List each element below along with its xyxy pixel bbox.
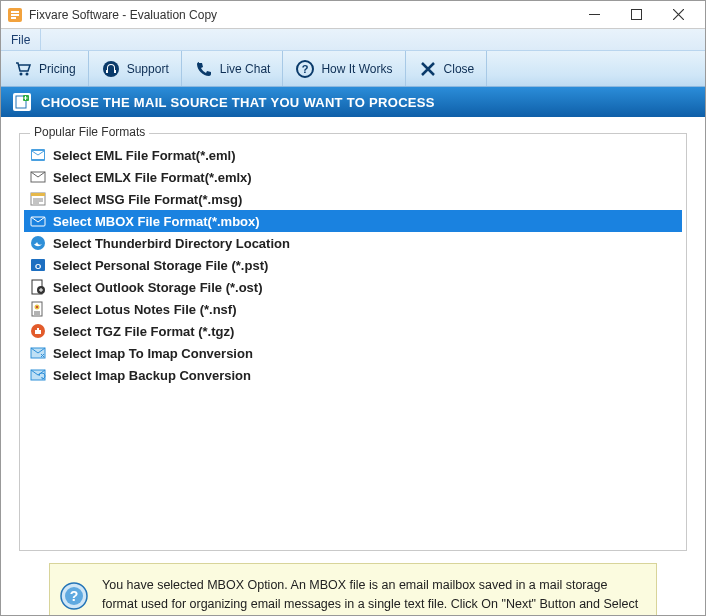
format-item-eml[interactable]: Select EML File Format(*.eml) [24,144,682,166]
toolbar-close-button[interactable]: Close [406,51,488,86]
menu-file-label: File [11,33,30,47]
cart-icon [13,59,33,79]
app-icon [7,7,23,23]
svg-text:?: ? [70,588,79,604]
format-item-thunderbird[interactable]: Select Thunderbird Directory Location [24,232,682,254]
info-text: You have selected MBOX Option. An MBOX f… [102,576,640,616]
tgz-icon [30,323,46,339]
format-item-label: Select Personal Storage File (*.pst) [53,258,268,273]
format-item-lotus[interactable]: Select Lotus Notes File (*.nsf) [24,298,682,320]
toolbar-livechat-button[interactable]: Live Chat [182,51,284,86]
thunderbird-icon [30,235,46,251]
headset-icon [101,59,121,79]
format-item-emlx[interactable]: Select EMLX File Format(*.emlx) [24,166,682,188]
format-item-pst[interactable]: OSelect Personal Storage File (*.pst) [24,254,682,276]
svg-point-25 [36,306,38,308]
svg-rect-7 [114,70,116,73]
format-item-imap[interactable]: Select Imap To Imap Conversion [24,342,682,364]
toolbar-howitworks-button[interactable]: ? How It Works [283,51,405,86]
svg-point-5 [103,61,119,77]
section-title: CHOOSE THE MAIL SOURCE THAT YOU WANT TO … [41,95,435,110]
svg-point-4 [26,72,29,75]
format-item-label: Select MBOX File Format(*.mbox) [53,214,260,229]
window-maximize-button[interactable] [615,1,657,29]
mbox-icon [30,213,46,229]
toolbar-pricing-button[interactable]: Pricing [1,51,89,86]
window-close-button[interactable] [657,1,699,29]
format-item-label: Select EMLX File Format(*.emlx) [53,170,252,185]
format-item-label: Select Thunderbird Directory Location [53,236,290,251]
info-icon: ? [60,582,88,610]
toolbar-close-label: Close [444,62,475,76]
format-group: Popular File Formats Select EML File For… [19,133,687,551]
svg-point-18 [31,236,45,250]
toolbar-support-button[interactable]: Support [89,51,182,86]
svg-rect-1 [589,14,600,15]
svg-rect-6 [106,70,108,73]
svg-rect-2 [631,10,641,20]
format-item-label: Select TGZ File Format (*.tgz) [53,324,234,339]
lotus-icon [30,301,46,317]
window-title: Fixvare Software - Evaluation Copy [29,8,573,22]
eml-icon [30,147,46,163]
format-item-label: Select Outlook Storage File (*.ost) [53,280,262,295]
ost-icon [30,279,46,295]
main-area: Popular File Formats Select EML File For… [1,117,705,557]
format-item-label: Select Lotus Notes File (*.nsf) [53,302,236,317]
toolbar: Pricing Support Live Chat ? How It Works… [1,51,705,87]
window-titlebar: Fixvare Software - Evaluation Copy [1,1,705,29]
format-item-label: Select Imap Backup Conversion [53,368,251,383]
svg-text:?: ? [302,63,309,75]
format-list[interactable]: Select EML File Format(*.eml)Select EMLX… [24,144,682,542]
section-header: CHOOSE THE MAIL SOURCE THAT YOU WANT TO … [1,87,705,117]
question-icon: ? [295,59,315,79]
group-legend: Popular File Formats [30,125,149,139]
menubar: File [1,29,705,51]
phone-icon [194,59,214,79]
format-item-ost[interactable]: Select Outlook Storage File (*.ost) [24,276,682,298]
format-item-tgz[interactable]: Select TGZ File Format (*.tgz) [24,320,682,342]
svg-point-3 [20,72,23,75]
msg-icon [30,191,46,207]
info-box: ? You have selected MBOX Option. An MBOX… [49,563,657,616]
format-item-mbox[interactable]: Select MBOX File Format(*.mbox) [24,210,682,232]
toolbar-livechat-label: Live Chat [220,62,271,76]
menu-file[interactable]: File [1,29,41,50]
toolbar-support-label: Support [127,62,169,76]
svg-rect-15 [31,193,45,196]
pst-icon: O [30,257,46,273]
window-minimize-button[interactable] [573,1,615,29]
format-item-imap-backup[interactable]: Select Imap Backup Conversion [24,364,682,386]
toolbar-howitworks-label: How It Works [321,62,392,76]
format-item-label: Select MSG File Format(*.msg) [53,192,242,207]
emlx-icon [30,169,46,185]
imap-icon [30,345,46,361]
imap-backup-icon [30,367,46,383]
format-item-label: Select EML File Format(*.eml) [53,148,236,163]
format-item-msg[interactable]: Select MSG File Format(*.msg) [24,188,682,210]
add-file-icon [13,93,31,111]
close-icon [418,59,438,79]
toolbar-pricing-label: Pricing [39,62,76,76]
format-item-label: Select Imap To Imap Conversion [53,346,253,361]
svg-text:O: O [35,262,41,271]
